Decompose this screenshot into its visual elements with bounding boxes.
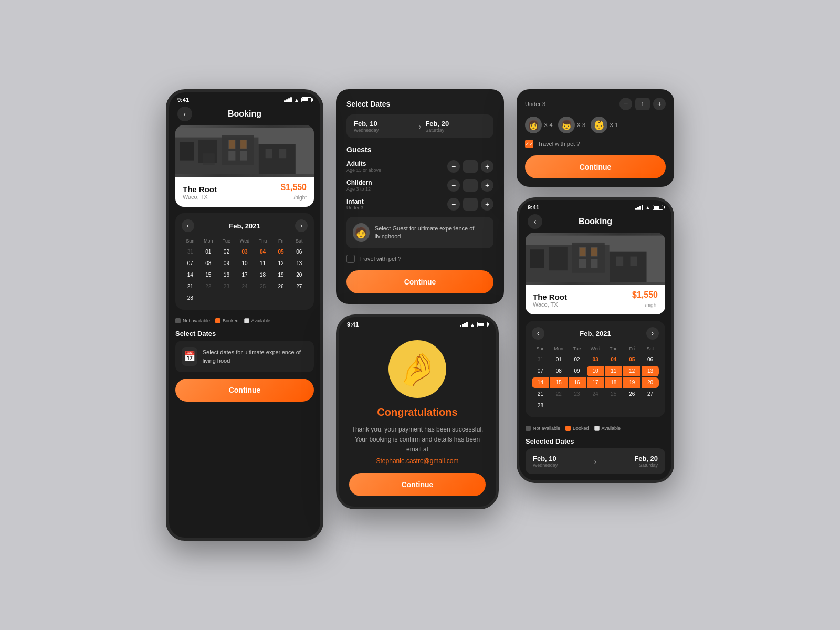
wifi-icon: ▲ — [294, 97, 299, 103]
back-button-1[interactable]: ‹ — [177, 107, 192, 121]
cal-day[interactable]: 27 — [290, 281, 308, 292]
children-sub: Age 3 to 12 — [346, 186, 372, 192]
cal-day — [236, 293, 254, 303]
cal-day: 25 — [254, 281, 271, 292]
under3-row: Under 3 − 1 + — [525, 98, 666, 110]
calendar-1: ‹ Feb, 2021 › Sun Mon Tue Wed Thu Fri Sa… — [175, 213, 314, 310]
legend-booked-2: Booked — [565, 426, 589, 431]
date-to-day: Saturday — [425, 128, 486, 133]
cal-day[interactable]: 02 — [218, 247, 235, 257]
continue-button-congrats[interactable]: Continue — [349, 473, 486, 496]
cal-day[interactable]: 16 — [218, 270, 235, 280]
continue-button-middle[interactable]: Continue — [346, 270, 494, 293]
under3-minus[interactable]: − — [620, 98, 632, 110]
legend-booked: Booked — [215, 318, 239, 323]
sel-to-val: Feb, 20 — [606, 455, 658, 463]
cal-hdr-wed: Wed — [236, 237, 254, 246]
cal-day[interactable]: 01 — [200, 247, 217, 257]
cal-day[interactable]: 18 — [254, 270, 271, 280]
status-bar-1: 9:41 ▲ — [169, 92, 320, 105]
property-price-2: $1,550 /night — [632, 290, 658, 309]
cal-day[interactable]: 06 — [290, 247, 308, 257]
infant-counter: − + — [447, 198, 494, 211]
calendar-header-2: ‹ Feb, 2021 › — [532, 327, 659, 340]
cal-day[interactable]: 19 — [272, 270, 290, 280]
selected-from: Feb, 10 Wednesday — [533, 455, 585, 468]
cal-next-2[interactable]: › — [646, 327, 659, 340]
cal-day[interactable]: 10 — [236, 258, 254, 269]
cal-day[interactable]: 09 — [218, 258, 235, 269]
sel-to-day: Saturday — [606, 463, 658, 468]
cal-day[interactable]: 15 — [200, 270, 217, 280]
cal-next-1[interactable]: › — [295, 219, 308, 232]
svg-rect-10 — [266, 149, 272, 159]
legend-available: Available — [244, 318, 270, 323]
legend-2: Not available Booked Available — [519, 423, 671, 434]
cal-day[interactable]: 20 — [290, 270, 308, 280]
adults-plus[interactable]: + — [481, 160, 494, 173]
adults-counter: − + — [447, 160, 494, 173]
congrats-phone: 9:41 ▲ 🤌 Congratulations Thank you, your… — [336, 314, 499, 509]
avatars-row: 👩 X 4 👦 X 3 👶 X 1 — [525, 117, 666, 133]
pet-checked-row[interactable]: ✓ Travel with pet ? — [525, 140, 666, 148]
adults-count — [463, 160, 478, 173]
continue-button-right[interactable]: Continue — [525, 155, 666, 178]
cal-day[interactable]: 07 — [182, 258, 199, 269]
legend-dot-na — [175, 318, 181, 323]
svg-rect-19 — [572, 243, 605, 273]
cal-day[interactable]: 08 — [200, 258, 217, 269]
cal-prev-1[interactable]: ‹ — [182, 219, 194, 232]
cal-day[interactable]: 03 — [236, 247, 254, 257]
cal-day[interactable]: 11 — [254, 258, 271, 269]
cal-day[interactable]: 28 — [182, 293, 199, 303]
children-row: Childern Age 3 to 12 − + — [346, 179, 494, 192]
date-hint-card: 📅 Select dates for ultimate experience o… — [175, 341, 314, 372]
cal-grid-1: Sun Mon Tue Wed Thu Fri Sat 31 01 02 03 … — [182, 237, 308, 303]
price-unit-1: /night — [294, 195, 307, 201]
pet-checkbox[interactable] — [346, 255, 355, 263]
phone-2: 9:41 ▲ ‹ Booking — [517, 197, 674, 483]
cal-day[interactable]: 21 — [182, 281, 199, 292]
back-button-2[interactable]: ‹ — [528, 214, 542, 229]
cal-day — [200, 293, 217, 303]
cal-day[interactable]: 12 — [272, 258, 290, 269]
adults-minus[interactable]: − — [447, 160, 460, 173]
date-from-day: Wednesday — [354, 128, 415, 133]
cal-day[interactable]: 05 — [272, 247, 290, 257]
children-minus[interactable]: − — [447, 179, 460, 192]
middle-column: Select Dates Feb, 10 Wednesday › Feb, 20… — [336, 89, 504, 509]
sel-arrow: › — [594, 457, 597, 466]
cal-day[interactable]: 13 — [290, 258, 308, 269]
under3-plus[interactable]: + — [653, 98, 666, 110]
date-to-val: Feb, 20 — [425, 120, 486, 128]
pet-label-right: Travel with pet ? — [538, 141, 580, 147]
cal-day[interactable]: 31 — [182, 247, 199, 257]
cal-day[interactable]: 26 — [272, 281, 290, 292]
legend-dot-booked — [215, 318, 220, 323]
cal-day[interactable]: 17 — [236, 270, 254, 280]
children-label: Childern — [346, 179, 372, 186]
property-location-1: Waco, TX — [183, 194, 217, 200]
cal-day — [272, 293, 290, 303]
avatar-group-1: 👩 X 4 — [525, 117, 553, 133]
guest-hint-text: Select Guest for ultimate experience of … — [375, 225, 487, 241]
children-plus[interactable]: + — [481, 179, 494, 192]
infant-plus[interactable]: + — [481, 198, 494, 211]
calendar-header-1: ‹ Feb, 2021 › — [182, 219, 308, 232]
svg-rect-26 — [631, 257, 637, 266]
cal-prev-2[interactable]: ‹ — [532, 327, 544, 340]
under3-counter: − 1 + — [620, 98, 666, 110]
date-range-row: Feb, 10 Wednesday › Feb, 20 Saturday — [346, 114, 494, 138]
cal-day[interactable]: 14 — [182, 270, 199, 280]
svg-rect-28 — [591, 248, 597, 256]
cal-day[interactable]: 04 — [254, 247, 271, 257]
cal-day: 22 — [200, 281, 217, 292]
continue-button-1[interactable]: Continue — [175, 379, 314, 402]
header-1: ‹ Booking — [169, 105, 320, 125]
svg-rect-27 — [580, 248, 586, 256]
pet-checkbox-checked[interactable]: ✓ — [525, 140, 533, 148]
legend-1: Not available Booked Available — [169, 315, 320, 327]
pet-checkbox-row[interactable]: Travel with pet ? — [346, 255, 494, 263]
infant-minus[interactable]: − — [447, 198, 460, 211]
price-amount-2: $1,550 — [632, 290, 658, 299]
